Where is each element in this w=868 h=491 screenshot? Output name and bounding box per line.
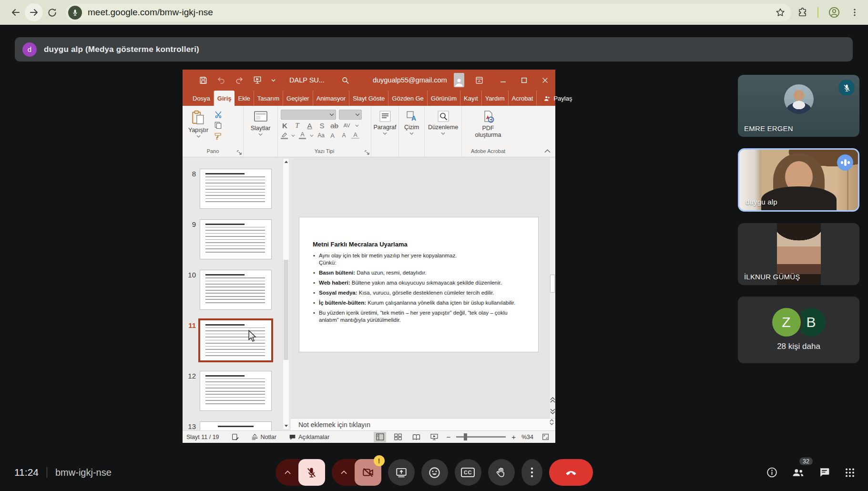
more-participants-tile[interactable]: Z B 28 kişi daha [738, 297, 859, 363]
bold-button[interactable]: K [281, 122, 289, 129]
start-slideshow-icon[interactable] [253, 75, 262, 85]
participant-tile-emre[interactable]: EMRE ERGEN [738, 75, 859, 137]
notes-resize-arrows[interactable] [550, 419, 554, 425]
account-email[interactable]: duygualp55@gmail.com [373, 76, 447, 84]
slide-thumbnail-10[interactable] [200, 270, 272, 310]
account-avatar[interactable] [454, 73, 464, 87]
char-spacing-button[interactable]: AV [343, 123, 351, 128]
more-options-button[interactable] [521, 459, 542, 486]
minimize-button[interactable] [492, 70, 513, 91]
undo-icon[interactable] [216, 75, 226, 85]
shadow-button[interactable]: S [318, 122, 326, 129]
ribbon-display-options-icon[interactable] [475, 76, 484, 85]
italic-button[interactable]: T [293, 122, 301, 129]
slide-sorter-view-button[interactable] [392, 432, 404, 442]
paragraph-button[interactable]: Paragraf [371, 110, 399, 148]
editing-button[interactable]: Düzenleme [425, 110, 461, 148]
previous-slide-button[interactable] [550, 397, 555, 403]
extensions-icon[interactable] [797, 7, 808, 18]
clipboard-dialog-launcher-icon[interactable] [237, 150, 242, 155]
tab-tasarim[interactable]: Tasarım [254, 91, 283, 106]
participant-tile-ilknur[interactable]: İLKNUR GÜMÜŞ [738, 223, 859, 285]
tab-slayt-gosterisi[interactable]: Slayt Göste [349, 91, 388, 106]
cut-icon[interactable] [214, 111, 223, 118]
thumbnail-scrollbar-thumb[interactable] [284, 260, 288, 360]
slideshow-view-button[interactable] [428, 432, 440, 442]
zoom-out-button[interactable]: − [446, 433, 450, 441]
profile-icon[interactable] [828, 6, 840, 19]
chat-button[interactable] [818, 467, 830, 479]
notes-pane[interactable]: Not eklemek için tıklayın [291, 418, 555, 430]
leave-call-button[interactable] [549, 459, 593, 486]
highlight-color-button[interactable] [281, 132, 288, 139]
slide-thumbnail-9[interactable] [200, 219, 272, 259]
zoom-slider-thumb[interactable] [464, 433, 467, 440]
change-case-button[interactable]: Aa [317, 133, 325, 138]
browser-menu-icon[interactable] [850, 8, 859, 17]
address-bar[interactable]: meet.google.com/bmw-igkj-nse [66, 4, 791, 21]
participants-button[interactable]: 32 [792, 467, 805, 479]
quick-access-chevron-icon[interactable] [271, 78, 276, 83]
site-mic-indicator-icon[interactable] [68, 6, 82, 20]
tab-gorunum[interactable]: Görünüm [428, 91, 460, 106]
font-size-select[interactable] [339, 110, 362, 120]
tab-dosya[interactable]: Dosya [189, 91, 214, 106]
back-button[interactable] [7, 3, 25, 21]
raise-hand-button[interactable] [488, 459, 515, 486]
thumbnail-scrollbar[interactable] [283, 158, 289, 430]
clear-formatting-button[interactable]: A [351, 132, 359, 139]
activities-button[interactable] [844, 467, 856, 478]
tab-gecisler[interactable]: Geçişler [283, 91, 313, 106]
zoom-slider[interactable] [456, 436, 506, 438]
slide-thumbnail-11-selected[interactable] [198, 318, 273, 362]
save-icon[interactable] [199, 76, 208, 85]
notes-placeholder[interactable]: Not eklemek için tıklayın [298, 421, 370, 429]
tab-yardim[interactable]: Yardım [482, 91, 509, 106]
redo-icon[interactable] [235, 75, 244, 85]
collapse-ribbon-icon[interactable] [544, 149, 551, 153]
canvas-scrollbar[interactable] [549, 157, 555, 418]
format-painter-icon[interactable] [214, 132, 223, 140]
bookmark-star-icon[interactable] [775, 7, 786, 18]
tab-ekle[interactable]: Ekle [235, 91, 254, 106]
strikethrough-button[interactable]: ab [330, 122, 338, 129]
slide-thumbnail-12[interactable] [200, 371, 272, 411]
slide-thumbnail-13[interactable] [200, 421, 272, 430]
zoom-in-button[interactable]: + [511, 433, 516, 441]
shrink-font-button[interactable]: A [340, 133, 348, 138]
maximize-button[interactable] [513, 70, 534, 91]
tab-gozden-gecir[interactable]: Gözden Ge [388, 91, 428, 106]
fit-to-window-button[interactable] [539, 432, 551, 442]
underline-button[interactable]: A [306, 122, 314, 129]
slide-thumbnail-8[interactable] [200, 169, 272, 209]
mic-options-chevron[interactable] [276, 459, 300, 486]
spellcheck-icon[interactable] [232, 433, 239, 440]
normal-view-button[interactable] [374, 432, 386, 442]
grow-font-button[interactable]: A [328, 133, 337, 139]
new-slide-button[interactable]: Slaytlar [248, 110, 274, 148]
close-button[interactable] [534, 70, 555, 91]
reading-view-button[interactable] [410, 432, 422, 442]
search-icon[interactable] [341, 76, 350, 85]
share-button[interactable]: Paylaş [537, 91, 579, 106]
tab-kayit[interactable]: Kayıt [460, 91, 482, 106]
captions-button[interactable]: CC [455, 459, 481, 486]
reload-button[interactable] [43, 3, 61, 21]
tab-animasyon[interactable]: Animasyor [313, 91, 349, 106]
copy-icon[interactable] [214, 121, 222, 129]
canvas-scrollbar-thumb[interactable] [550, 275, 555, 293]
font-dialog-launcher-icon[interactable] [365, 150, 369, 155]
next-slide-button[interactable] [550, 409, 555, 414]
paste-button[interactable]: Yapıştır [185, 110, 211, 148]
participant-tile-duygu[interactable]: duygu alp [738, 148, 859, 212]
create-pdf-button[interactable]: PDF oluşturma [466, 110, 510, 148]
comments-toggle[interactable]: Açıklamalar [289, 434, 329, 440]
font-name-select[interactable] [281, 110, 336, 120]
notes-toggle[interactable]: Notlar [251, 434, 276, 440]
slide-editor[interactable]: Metni Farklı Mecralara Uyarlama Aynı ola… [299, 217, 538, 352]
tab-giris[interactable]: Giriş [214, 91, 235, 106]
mic-toggle-button[interactable] [298, 459, 325, 486]
meeting-details-button[interactable] [766, 467, 778, 479]
tab-acrobat[interactable]: Acrobat [509, 91, 537, 106]
forward-button[interactable] [25, 3, 43, 21]
